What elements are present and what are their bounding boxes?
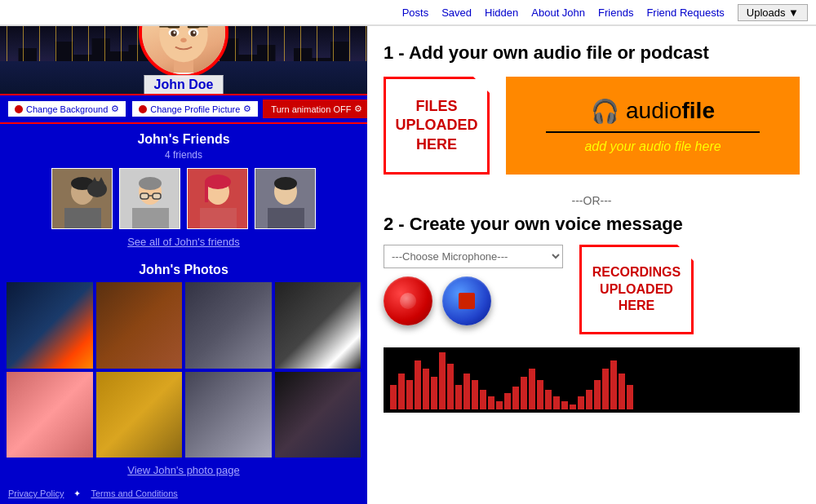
svg-rect-6	[188, 26, 200, 28]
svg-rect-24	[140, 193, 149, 199]
waveform-bar-26	[602, 369, 609, 409]
svg-rect-22	[132, 208, 169, 229]
left-footer: Privacy Policy ✦ Terms and Conditions	[0, 484, 367, 504]
svg-rect-31	[205, 182, 208, 202]
photo-thumb-4[interactable]	[275, 282, 361, 369]
nav-friends[interactable]: Friends	[598, 7, 633, 19]
svg-rect-14	[161, 73, 206, 74]
friends-count: 4 friends	[165, 149, 202, 161]
photo-thumb-2[interactable]	[96, 282, 183, 369]
svg-rect-4	[199, 26, 208, 28]
avatar-face	[142, 26, 225, 74]
audiofile-area[interactable]: 🎧 audiofile add your audio file here	[506, 77, 800, 175]
turn-animation-button[interactable]: Turn animation OFF ⚙	[263, 99, 367, 118]
change-profile-picture-button[interactable]: Change Profile Picture ⚙	[131, 99, 259, 118]
friend-svg-2	[120, 169, 180, 229]
nav-posts[interactable]: Posts	[402, 7, 429, 19]
photo-thumb-7[interactable]	[185, 372, 272, 458]
change-bg-icon	[15, 105, 23, 113]
friends-section: John's Friends 4 friends	[0, 124, 367, 256]
change-pic-icon	[139, 105, 147, 113]
terms-link[interactable]: Terms and Conditions	[91, 489, 177, 499]
stop-icon	[459, 293, 475, 309]
friend-photo-2[interactable]	[119, 168, 180, 229]
nav-hidden[interactable]: Hidden	[485, 7, 518, 19]
waveform-bar-5	[431, 377, 437, 409]
view-photos-link[interactable]: View John's photo page	[127, 464, 239, 476]
stop-button[interactable]	[442, 276, 491, 325]
photo-thumb-1[interactable]	[7, 282, 93, 369]
record-button[interactable]	[384, 276, 432, 325]
waveform-bar-9	[463, 374, 470, 409]
nav-saved[interactable]: Saved	[441, 7, 472, 19]
waveform-bar-0	[390, 385, 397, 409]
privacy-policy-link[interactable]: Privacy Policy	[8, 489, 64, 499]
voice-record-row: ---Choose Microphone--- RECORDINGS UPLOA…	[384, 245, 800, 334]
waveform-bar-24	[586, 390, 592, 409]
svg-rect-34	[268, 208, 304, 229]
svg-point-35	[274, 177, 297, 190]
waveform-bar-3	[415, 360, 421, 409]
recordings-box-label: RECORDINGS UPLOADED HERE	[590, 264, 683, 315]
settings-icon-2: ⚙	[243, 104, 251, 114]
waveform-bar-1	[398, 374, 405, 409]
photo-thumb-5[interactable]	[7, 372, 93, 458]
waveform-bar-4	[423, 369, 429, 409]
waveform-bar-25	[594, 380, 601, 409]
photo-thumb-6[interactable]	[96, 372, 183, 458]
see-all-friends-link[interactable]: See all of John's friends	[8, 236, 359, 248]
audiofile-header: 🎧 audiofile	[591, 98, 715, 125]
profile-action-buttons: Change Background ⚙ Change Profile Pictu…	[0, 94, 367, 124]
record-icon	[400, 293, 416, 309]
svg-point-11	[173, 32, 175, 34]
section2-title: 2 - Create your own voice message	[384, 214, 800, 235]
waveform-bar-29	[627, 385, 633, 409]
audiofile-underline	[546, 131, 760, 133]
friends-title: John's Friends	[8, 132, 359, 147]
svg-point-1	[159, 26, 207, 62]
svg-rect-25	[153, 193, 161, 199]
svg-point-23	[139, 177, 162, 190]
waveform-area	[384, 347, 800, 413]
friend-photo-1[interactable]	[51, 168, 113, 229]
waveform-bar-8	[455, 385, 462, 409]
friends-grid	[8, 168, 359, 229]
record-buttons	[384, 276, 563, 325]
friend-photo-4[interactable]	[255, 168, 316, 229]
photos-title: John's Photos	[7, 263, 361, 277]
nav-uploads-button[interactable]: Uploads ▼	[738, 4, 808, 21]
waveform-bar-16	[521, 377, 527, 409]
friend-photo-3[interactable]	[187, 168, 248, 229]
right-panel: 1 - Add your own audio file or podcast F…	[367, 26, 816, 504]
audiofile-link[interactable]: add your audio file here	[584, 139, 721, 154]
photos-grid	[7, 282, 361, 458]
photo-thumb-8[interactable]	[275, 372, 361, 458]
waveform-bar-22	[570, 405, 576, 409]
photo-thumb-3[interactable]	[185, 282, 272, 369]
friend-svg-1	[52, 169, 113, 229]
svg-rect-3	[159, 26, 168, 28]
nav-friend-requests[interactable]: Friend Requests	[646, 7, 724, 19]
waveform-bar-28	[619, 374, 625, 409]
profile-name: John Doe	[144, 75, 224, 94]
avatar	[139, 26, 228, 77]
waveform-bar-20	[553, 396, 560, 409]
upload-area-row: FILES UPLOADED HERE 🎧 audiofile add your…	[384, 77, 800, 175]
friend-svg-4	[255, 169, 316, 229]
svg-rect-5	[168, 26, 180, 28]
photos-section: John's Photos View John's photo page	[0, 256, 367, 484]
mic-select[interactable]: ---Choose Microphone---	[384, 245, 563, 268]
section1-title: 1 - Add your own audio file or podcast	[384, 42, 800, 64]
voice-controls: ---Choose Microphone---	[384, 245, 563, 325]
headphone-icon: 🎧	[591, 98, 619, 125]
or-divider: ---OR---	[384, 194, 800, 207]
waveform-bar-12	[488, 396, 494, 409]
audiofile-brand: audiofile	[626, 98, 715, 124]
waveform-bar-10	[472, 380, 478, 409]
waveform-bar-13	[496, 401, 503, 409]
waveform-bar-7	[447, 364, 454, 409]
svg-rect-17	[64, 208, 101, 229]
nav-about-john[interactable]: About John	[531, 7, 585, 19]
waveform-bar-6	[439, 352, 446, 409]
change-background-button[interactable]: Change Background ⚙	[7, 99, 127, 118]
